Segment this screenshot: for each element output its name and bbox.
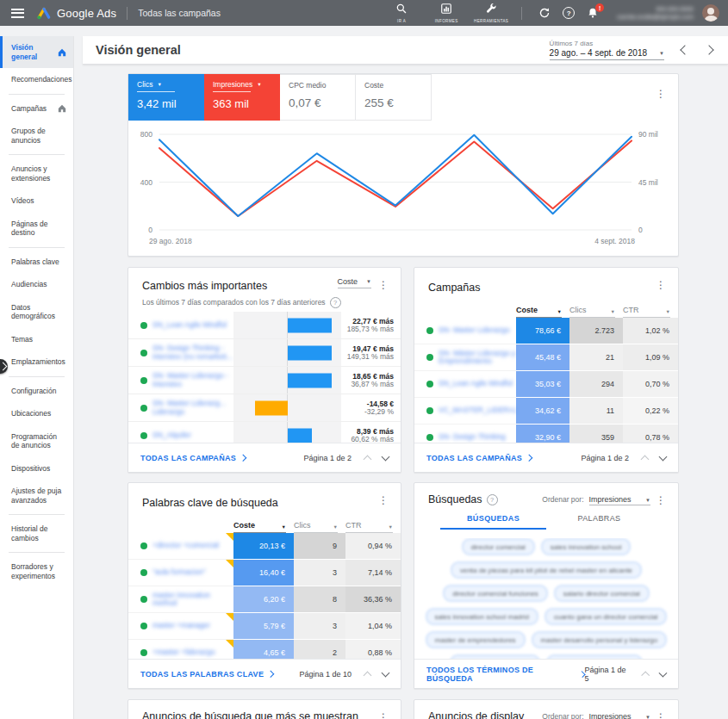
sidebar-item-videos[interactable]: Vídeos — [0, 189, 73, 213]
card-menu-kebab-icon[interactable]: ⋮ — [652, 493, 669, 507]
notification-badge: ! — [595, 3, 604, 12]
top-search-ads-card: Anuncios de búsqueda que más se muestran… — [128, 699, 401, 719]
help-button[interactable]: ? — [557, 7, 581, 19]
sidebar-item-label: Datos demográficos — [11, 303, 66, 321]
status-dot-enabled — [140, 569, 147, 576]
clics-cell: 21 — [569, 344, 623, 371]
column-header-coste[interactable]: Coste▼ — [233, 518, 286, 533]
entity-link[interactable]: master +manager — [152, 622, 210, 630]
entity-link[interactable]: master innovation method — [152, 592, 233, 608]
all-campaigns-link[interactable]: TODAS LAS CAMPAÑAS — [140, 454, 246, 462]
page-title: Visión general — [96, 43, 181, 57]
campaign-link[interactable]: SN_Lean Agile Mindful — [152, 321, 227, 330]
campaign-link[interactable]: SN_Alquiler — [152, 431, 191, 440]
campaign-link[interactable]: SN- Design Thinking - intensivo (no rema… — [152, 344, 233, 361]
sidebar-item-ubicaciones[interactable]: Ubicaciones — [0, 402, 73, 425]
column-header-ctr[interactable]: CTR▼ — [623, 302, 670, 318]
account-info[interactable]: 000-000-0000 cuenta-oculta@ejemplo.com — [617, 5, 694, 21]
sidebar-item-label: Temas — [11, 335, 33, 344]
refresh-button[interactable] — [532, 7, 557, 19]
status-dot-enabled — [426, 434, 433, 441]
sidebar-item-label: Emplazamientos — [11, 357, 65, 367]
sidebar-item-grupos-de-anuncios[interactable]: Grupos de anuncios — [0, 120, 73, 152]
sort-control[interactable]: Ordenar por: Impresiones ▼ — [542, 495, 650, 505]
metric-label: Clics — [137, 80, 152, 89]
sidebar-item-dispositivos[interactable]: Dispositivos — [0, 457, 73, 480]
page-down-button[interactable] — [382, 669, 390, 678]
entity-link[interactable]: SN- Design Thinking — [439, 433, 506, 442]
sidebar-item-datos-demograficos[interactable]: Datos demográficos — [0, 296, 73, 328]
entity-link[interactable]: +master +liderazgo — [152, 648, 215, 657]
help-icon[interactable]: ? — [487, 494, 498, 505]
sidebar-item-emplazamientos[interactable]: Emplazamientos — [0, 350, 73, 374]
all-campaigns-link[interactable]: TODAS LAS CAMPAÑAS — [426, 454, 532, 462]
menu-hamburger-icon[interactable] — [11, 9, 24, 18]
page-down-button[interactable] — [659, 453, 668, 462]
page-down-button[interactable] — [659, 669, 668, 678]
all-search-terms-link[interactable]: TODOS LOS TÉRMINOS DE BÚSQUEDA — [426, 666, 585, 683]
card-menu-kebab-icon[interactable]: ⋮ — [652, 87, 669, 101]
sidebar-item-historial-de-cambios[interactable]: Historial de cambios — [0, 518, 73, 549]
column-header-clics[interactable]: Clics▼ — [569, 302, 615, 318]
card-menu-kebab-icon[interactable]: ⋮ — [652, 710, 669, 719]
sidebar-item-borradores-y-experimentos[interactable]: Borradores y experimentos — [0, 555, 73, 587]
sidebar-item-campanas[interactable]: Campañas — [0, 97, 73, 121]
change-value-cell: 22,77 € más185,73 % más — [341, 312, 401, 338]
table-row: SN- Máster Liderazgo y Emprendimiento45,… — [414, 344, 678, 371]
column-header-ctr[interactable]: CTR▼ — [345, 518, 393, 533]
entity-link[interactable]: SN_Lean Agile Mindful — [439, 380, 513, 388]
entity-link[interactable]: VC_MASTER_LIDERAZGO — [439, 406, 516, 415]
sidebar-divider — [9, 552, 65, 553]
google-ads-logo-icon[interactable] — [37, 7, 51, 20]
sidebar-item-vision-general[interactable]: Visión general — [0, 36, 73, 68]
sort-control[interactable]: Ordenar por: Impresiones ▼ — [542, 712, 650, 719]
page-up-button[interactable] — [364, 456, 372, 464]
scorecard-impresiones[interactable]: Impresiones▼363 mil — [204, 74, 280, 121]
metric-selector[interactable]: Coste▼ — [338, 277, 371, 288]
sidebar-item-audiencias[interactable]: Audiencias — [0, 273, 73, 296]
card-menu-kebab-icon[interactable]: ⋮ — [375, 493, 392, 507]
sidebar-item-temas[interactable]: Temas — [0, 328, 73, 351]
entity-link[interactable]: "aula formacion" — [152, 568, 206, 577]
entity-link[interactable]: SN- Master Liderazgo — [439, 326, 510, 335]
sidebar-item-configuracion[interactable]: Configuración — [0, 380, 73, 403]
sidebar-item-ajustes-de-puja-avanzados[interactable]: Ajustes de puja avanzados — [0, 480, 73, 511]
page-up-button[interactable] — [641, 672, 650, 680]
column-header-coste[interactable]: Coste▼ — [516, 302, 562, 318]
entity-link[interactable]: +director +comercial — [152, 542, 219, 550]
campaign-link[interactable]: SN- Master Liderazgo - Intensivo — [152, 372, 233, 388]
tab-busquedas[interactable]: BÚSQUEDAS — [440, 514, 546, 530]
caret-down-icon: ▼ — [366, 279, 371, 284]
sidebar-item-anuncios-y-extensiones[interactable]: Anuncios y extensiones — [0, 158, 73, 189]
sidebar-item-recomendaciones[interactable]: Recomendaciones — [0, 68, 73, 91]
help-icon[interactable]: ? — [330, 297, 341, 308]
entity-name-cell: SN_Lean Agile Mindful — [414, 371, 516, 398]
tab-palabras[interactable]: PALABRAS — [546, 514, 652, 530]
campaign-link[interactable]: SN- Master Liderazg... Liderazgo — [152, 400, 233, 416]
appbar-nav-informes[interactable]: INFORMES — [426, 3, 466, 23]
appbar-nav-herramientas[interactable]: HERRAMIENTAS — [471, 3, 511, 23]
all-keywords-link[interactable]: TODAS LAS PALABRAS CLAVE — [140, 670, 273, 679]
scorecard-clics[interactable]: Clics▼3,42 mil — [128, 74, 204, 121]
page-up-button[interactable] — [364, 672, 372, 680]
sidebar-item-palabras-clave[interactable]: Palabras clave — [0, 251, 73, 274]
card-menu-kebab-icon[interactable]: ⋮ — [652, 278, 669, 292]
card-menu-kebab-icon[interactable]: ⋮ — [375, 710, 392, 719]
sidebar-item-programacion-de-anuncios[interactable]: Programación de anuncios — [0, 425, 73, 457]
change-bar — [288, 373, 332, 387]
entity-link[interactable]: SN- Máster Liderazgo y Emprendimiento — [439, 350, 516, 366]
page-down-button[interactable] — [382, 453, 390, 462]
next-period-button[interactable] — [704, 45, 713, 54]
chip-row: sales innovation school madridcuanto gan… — [414, 608, 678, 625]
column-header-clics[interactable]: Clics▼ — [294, 518, 338, 533]
appbar-nav-ir-a[interactable]: IR A — [382, 3, 421, 23]
notifications-button[interactable]: ! — [581, 7, 605, 19]
page-up-button[interactable] — [641, 456, 650, 464]
previous-period-button[interactable] — [680, 45, 689, 54]
avatar[interactable] — [702, 4, 719, 22]
coste-cell: 20,13 € — [233, 533, 294, 560]
card-menu-kebab-icon[interactable]: ⋮ — [375, 278, 392, 292]
account-scope-title[interactable]: Todas las campañas — [138, 8, 221, 18]
sidebar-item-paginas-de-destino[interactable]: Páginas de destino — [0, 213, 73, 245]
date-range-control[interactable]: Últimos 7 días 29 ago. – 4 sept. de 2018… — [550, 40, 664, 60]
